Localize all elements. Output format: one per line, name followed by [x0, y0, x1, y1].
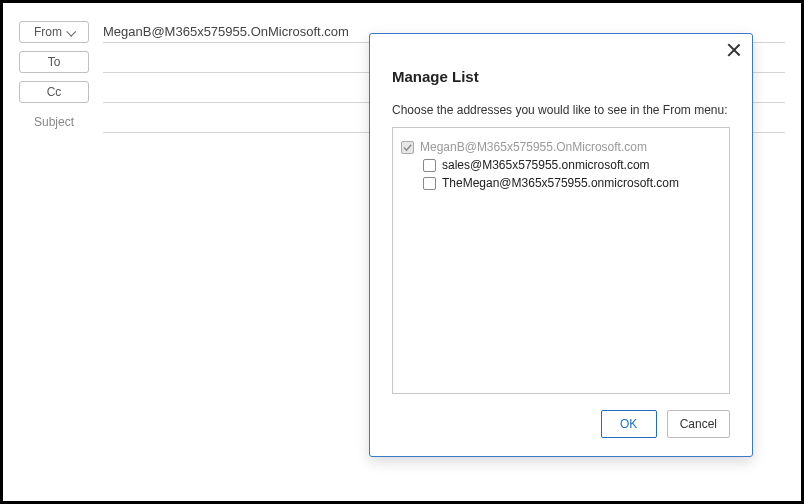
- address-label: MeganB@M365x575955.OnMicrosoft.com: [420, 140, 647, 154]
- address-item[interactable]: TheMegan@M365x575955.onmicrosoft.com: [423, 174, 721, 192]
- address-label: TheMegan@M365x575955.onmicrosoft.com: [442, 176, 679, 190]
- to-button-label: To: [48, 52, 61, 72]
- dialog-title: Manage List: [392, 68, 730, 85]
- ok-button[interactable]: OK: [601, 410, 657, 438]
- dialog-button-row: OK Cancel: [392, 410, 730, 438]
- from-button-label: From: [34, 22, 62, 42]
- cancel-button[interactable]: Cancel: [667, 410, 730, 438]
- address-item-primary: MeganB@M365x575955.OnMicrosoft.com: [401, 138, 721, 156]
- cc-button-label: Cc: [47, 82, 62, 102]
- address-label: sales@M365x575955.onmicrosoft.com: [442, 158, 650, 172]
- chevron-down-icon: [66, 26, 76, 36]
- to-button[interactable]: To: [19, 51, 89, 73]
- from-button[interactable]: From: [19, 21, 89, 43]
- dialog-instruction: Choose the addresses you would like to s…: [392, 103, 730, 117]
- close-icon[interactable]: [726, 42, 742, 58]
- cc-button[interactable]: Cc: [19, 81, 89, 103]
- manage-list-dialog: Manage List Choose the addresses you wou…: [369, 33, 753, 457]
- checkbox-locked-icon: [401, 141, 414, 154]
- address-list: MeganB@M365x575955.OnMicrosoft.com sales…: [392, 127, 730, 394]
- checkbox-icon[interactable]: [423, 177, 436, 190]
- checkbox-icon[interactable]: [423, 159, 436, 172]
- address-item[interactable]: sales@M365x575955.onmicrosoft.com: [423, 156, 721, 174]
- subject-label: Subject: [19, 115, 89, 129]
